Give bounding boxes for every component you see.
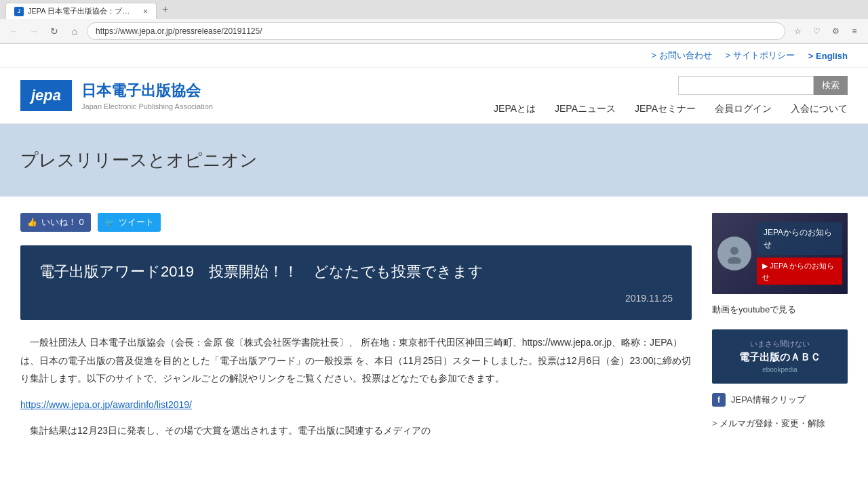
article-link[interactable]: https://www.jepa.or.jp/awardinfo/list201… — [20, 396, 692, 414]
facebook-icon: f — [712, 393, 726, 407]
bookmark-icon[interactable]: ☆ — [789, 23, 806, 39]
active-tab[interactable]: J JEPA 日本電子出版協会：プレスリ... × — [5, 3, 157, 19]
logo-text: 日本電子出版協会 Japan Electronic Publishing Ass… — [81, 81, 213, 110]
video-thumbnail[interactable]: JEPAからのお知らせ ▶ JEPA からのお知らせ — [712, 213, 848, 294]
browser-toolbar: ← → ↻ ⌂ https://www.jepa.or.jp/pressrele… — [0, 19, 868, 43]
toolbar-right: ☆ ♡ ⚙ ≡ — [789, 23, 863, 39]
site-header: お問い合わせ サイトポリシー English jepa 日本電子出版協会 Jap… — [0, 44, 868, 124]
nav-join[interactable]: 入会について — [791, 103, 848, 115]
twitter-icon: 🐦 — [104, 218, 115, 227]
like-button[interactable]: 👍 いいね！ 0 — [20, 213, 91, 232]
nav-jepa-seminar[interactable]: JEPAセミナー — [635, 103, 696, 115]
header-search-nav: 検索 JEPAとは JEPAニュース JEPAセミナー 会員ログイン 入会につい… — [494, 76, 848, 115]
youtube-link[interactable]: 動画をyoutubeで見る — [712, 301, 848, 319]
article-date: 2019.11.25 — [39, 293, 673, 304]
new-tab-button[interactable]: + — [157, 1, 174, 18]
mailmag-link[interactable]: メルマガ登録・変更・解除 — [712, 416, 848, 431]
logo-japanese: 日本電子出版協会 — [81, 81, 213, 101]
settings-icon[interactable]: ⚙ — [827, 23, 844, 39]
address-bar[interactable]: https://www.jepa.or.jp/pressrelease/2019… — [87, 22, 785, 40]
tab-close-button[interactable]: × — [143, 7, 148, 16]
article-heading: 電子出版アワード2019 投票開始！！ どなたでも投票できます — [39, 262, 673, 282]
article-body: 一般社団法人 日本電子出版協会（会長：金原 俊〔株式会社医学書院社長〕、 所在地… — [20, 333, 692, 440]
video-avatar — [717, 237, 751, 270]
main-nav: JEPAとは JEPAニュース JEPAセミナー 会員ログイン 入会について — [494, 103, 848, 115]
sidebar: JEPAからのお知らせ ▶ JEPA からのお知らせ 動画をyoutubeで見る — [712, 213, 848, 453]
page-content: お問い合わせ サイトポリシー English jepa 日本電子出版協会 Jap… — [0, 44, 868, 467]
hero-band: プレスリリースとオピニオン — [0, 124, 868, 197]
video-play-icon: ▶ JEPA からのお知らせ — [762, 262, 834, 281]
svg-point-0 — [730, 247, 738, 255]
favorite-icon[interactable]: ♡ — [808, 23, 825, 39]
search-input[interactable] — [678, 76, 814, 95]
fb-label: JEPA情報クリップ — [731, 394, 806, 406]
logo-english: Japan Electronic Publishing Association — [81, 102, 213, 110]
logo-area: jepa 日本電子出版協会 Japan Electronic Publishin… — [20, 80, 213, 111]
sidebar-facebook[interactable]: f JEPA情報クリップ — [712, 393, 848, 407]
thumbs-up-icon: 👍 — [27, 218, 37, 227]
jepa-logo: jepa — [20, 80, 72, 111]
content-wrapper: 👍 いいね！ 0 🐦 ツイート 電子出版アワード2019 投票開始！！ どなたで… — [0, 197, 868, 467]
policy-link[interactable]: サイトポリシー — [726, 49, 795, 62]
forward-button[interactable]: → — [26, 23, 42, 39]
english-link[interactable]: English — [808, 51, 848, 61]
banner-content: いまさら聞けない 電子出版のＡＢＣ ebookpedia — [739, 338, 821, 375]
header-top: お問い合わせ サイトポリシー English — [0, 44, 868, 68]
nav-jepa-about[interactable]: JEPAとは — [494, 103, 536, 115]
video-overlay: JEPAからのお知らせ ▶ JEPA からのお知らせ — [712, 213, 848, 294]
contact-link[interactable]: お問い合わせ — [651, 49, 711, 62]
ebookpedia-banner[interactable]: いまさら聞けない 電子出版のＡＢＣ ebookpedia — [712, 329, 848, 384]
tab-favicon: J — [14, 7, 24, 16]
nav-jepa-news[interactable]: JEPAニュース — [555, 103, 616, 115]
header-main: jepa 日本電子出版協会 Japan Electronic Publishin… — [0, 68, 868, 123]
article-paragraph: 一般社団法人 日本電子出版協会（会長：金原 俊〔株式会社医学書院社長〕、 所在地… — [20, 333, 692, 388]
search-button[interactable]: 検索 — [814, 76, 848, 95]
article-header-card: 電子出版アワード2019 投票開始！！ どなたでも投票できます 2019.11.… — [20, 245, 692, 320]
banner-main-text: 電子出版のＡＢＣ — [739, 350, 821, 365]
tab-title: JEPA 日本電子出版協会：プレスリ... — [28, 6, 136, 16]
sidebar-video: JEPAからのお知らせ ▶ JEPA からのお知らせ — [712, 213, 848, 294]
svg-point-1 — [728, 257, 741, 264]
address-text: https://www.jepa.or.jp/pressrelease/2019… — [96, 26, 262, 36]
back-button[interactable]: ← — [5, 23, 22, 39]
tab-bar: J JEPA 日本電子出版協会：プレスリ... × + — [0, 0, 868, 19]
hero-title: プレスリリースとオピニオン — [20, 148, 848, 172]
main-content: 👍 いいね！ 0 🐦 ツイート 電子出版アワード2019 投票開始！！ どなたで… — [20, 213, 712, 453]
social-buttons: 👍 いいね！ 0 🐦 ツイート — [20, 213, 692, 232]
banner-top-text: いまさら聞けない — [739, 338, 821, 350]
tweet-button[interactable]: 🐦 ツイート — [98, 213, 161, 232]
banner-sub-text: ebookpedia — [739, 365, 821, 375]
nav-member-login[interactable]: 会員ログイン — [715, 103, 772, 115]
home-button[interactable]: ⌂ — [66, 23, 83, 39]
browser-chrome: J JEPA 日本電子出版協会：プレスリ... × + ← → ↻ ⌂ http… — [0, 0, 868, 44]
search-area: 検索 — [678, 76, 848, 95]
article-paragraph-2: 集計結果は12月23日に発表し、その場で大賞を選出されます。電子出版に関連するメ… — [20, 422, 692, 440]
menu-icon[interactable]: ≡ — [846, 23, 863, 39]
video-label-text: JEPAからのお知らせ — [764, 228, 832, 249]
reload-button[interactable]: ↻ — [46, 23, 62, 39]
